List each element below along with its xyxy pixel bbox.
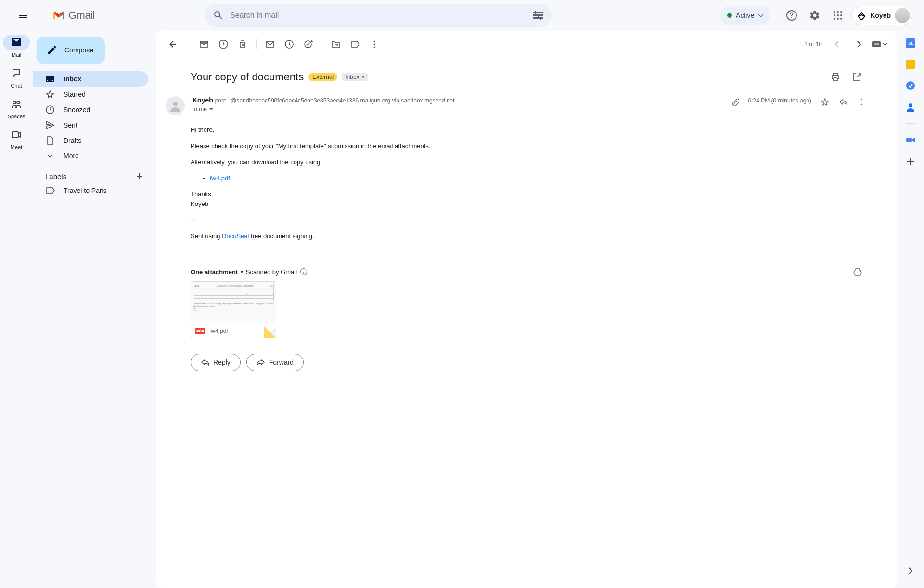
search-input[interactable] [228, 11, 528, 20]
search-button[interactable] [209, 6, 228, 25]
add-task-button[interactable] [299, 35, 318, 54]
keep-addon[interactable] [906, 60, 915, 69]
attachment-indicator[interactable] [730, 97, 740, 107]
delete-button[interactable] [233, 35, 252, 54]
task-add-icon [304, 39, 313, 49]
apps-grid-icon [832, 10, 844, 21]
main-menu-button[interactable] [12, 4, 35, 27]
contacts-addon[interactable] [906, 102, 915, 112]
body-p4: Thanks, [191, 190, 862, 199]
svg-rect-14 [266, 41, 274, 47]
sender-row: Koyeb post...@sandboxbac590fe6dac4c5dab3… [156, 90, 897, 117]
more-button[interactable] [365, 35, 384, 54]
newer-button[interactable] [828, 35, 847, 54]
star-button[interactable] [820, 97, 830, 107]
svg-point-2 [837, 11, 839, 13]
rail-spaces[interactable]: Spaces [3, 96, 30, 119]
svg-point-1 [834, 11, 835, 13]
svg-point-4 [834, 14, 835, 16]
hide-panel-button[interactable] [901, 561, 920, 580]
nav-starred[interactable]: Starred [33, 87, 148, 102]
apps-button[interactable] [828, 6, 847, 25]
tune-icon [532, 10, 544, 21]
attachments-section: One attachment • Scanned by Gmail W-4Emp… [191, 259, 862, 338]
support-button[interactable] [782, 6, 801, 25]
search-options-button[interactable] [528, 6, 548, 25]
timestamp: 6:24 PM (0 minutes ago) [748, 97, 811, 104]
via-word: via [392, 97, 399, 104]
gmail-logo-text: Gmail [68, 9, 95, 22]
docuseal-link[interactable]: DocuSeal [222, 232, 249, 240]
toolbar: 1 of 10 ⌨ [156, 31, 897, 54]
tasks-addon[interactable] [906, 81, 915, 90]
gmail-logo[interactable]: Gmail [38, 9, 153, 22]
forward-button[interactable]: Forward [246, 354, 304, 371]
chat-icon [11, 68, 22, 78]
sender-name[interactable]: Koyeb [192, 96, 213, 104]
svg-point-19 [374, 47, 375, 48]
reply-icon-button[interactable] [838, 97, 848, 107]
add-label-button[interactable] [135, 171, 144, 181]
older-button[interactable] [849, 35, 868, 54]
account-chip[interactable]: Koyeb [851, 6, 912, 25]
compose-button[interactable]: Compose [37, 37, 105, 64]
body-link-fw4[interactable]: fw4.pdf [210, 175, 230, 182]
reply-button[interactable]: Reply [191, 354, 241, 371]
video-addon[interactable] [906, 135, 915, 145]
search-icon [213, 10, 224, 21]
send-icon [45, 120, 55, 130]
spam-button[interactable] [214, 35, 233, 54]
nav-drafts-label: Drafts [64, 137, 81, 144]
svg-point-21 [861, 99, 862, 101]
rail-meet[interactable]: Meet [3, 127, 30, 150]
add-all-to-drive-button[interactable] [853, 267, 862, 277]
labels-header: Labels [33, 164, 156, 183]
clock-icon [45, 105, 55, 115]
back-button[interactable] [164, 35, 183, 54]
main: 1 of 10 ⌨ Your copy of documents Externa… [156, 31, 897, 588]
move-button[interactable] [326, 35, 346, 54]
spaces-icon [11, 99, 22, 109]
print-button[interactable] [826, 67, 845, 87]
rail-chat[interactable]: Chat [3, 65, 30, 89]
clock-icon [284, 39, 294, 49]
archive-button[interactable] [194, 35, 214, 54]
message-more-button[interactable] [857, 97, 866, 107]
nav-drafts[interactable]: Drafts [33, 133, 148, 148]
nav-sent[interactable]: Sent [33, 117, 148, 133]
attachment-card[interactable]: W-4Employee's Withholding Certificate▭ C… [191, 281, 276, 338]
open-new-button[interactable] [847, 67, 866, 87]
more-vert-icon [857, 98, 866, 106]
status-chip[interactable]: Active [720, 6, 770, 25]
svg-point-6 [840, 14, 842, 16]
info-icon[interactable] [300, 268, 308, 276]
body-p1: Hi there, [191, 125, 862, 135]
label-travel[interactable]: Travel to Paris [33, 183, 148, 198]
reply-icon [839, 98, 847, 106]
remove-label-button[interactable]: × [361, 74, 365, 80]
svg-point-10 [13, 101, 16, 104]
inbox-label-chip[interactable]: Inbox × [342, 73, 367, 81]
snooze-button[interactable] [280, 35, 299, 54]
file-icon [45, 136, 55, 145]
nav-snoozed[interactable]: Snoozed [33, 102, 148, 117]
rail-spaces-label: Spaces [8, 114, 26, 119]
input-tool-button[interactable]: ⌨ [870, 35, 889, 54]
svg-point-25 [906, 81, 915, 90]
forward-label: Forward [269, 358, 294, 366]
label-button[interactable] [346, 35, 365, 54]
rail-mail[interactable]: Mail [3, 35, 30, 58]
get-addons[interactable] [906, 156, 915, 166]
attachment-preview: W-4Employee's Withholding Certificate▭ C… [191, 282, 276, 323]
sender-info: Koyeb post...@sandboxbac590fe6dac4c5dab3… [192, 96, 722, 115]
nav-more[interactable]: More [33, 148, 148, 164]
settings-button[interactable] [805, 6, 824, 25]
nav-inbox[interactable]: Inbox [33, 71, 148, 87]
mark-unread-button[interactable] [260, 35, 280, 54]
svg-rect-27 [906, 138, 912, 142]
to-line[interactable]: to me [192, 106, 722, 113]
calendar-addon[interactable]: 31 [906, 38, 915, 48]
svg-point-18 [374, 44, 375, 45]
chevron-right-icon [906, 566, 915, 575]
status-label: Active [736, 12, 754, 19]
